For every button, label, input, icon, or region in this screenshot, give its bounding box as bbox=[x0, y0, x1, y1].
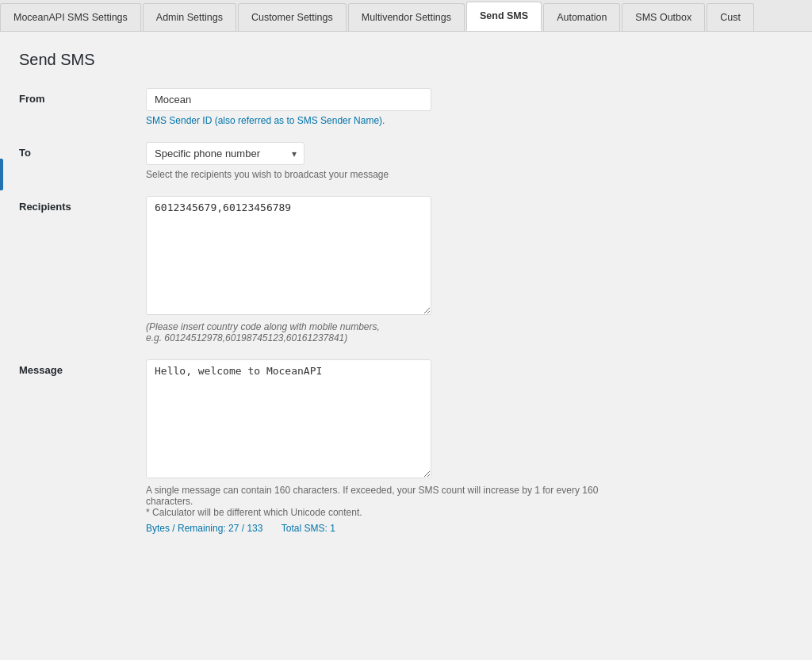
message-label: Message bbox=[19, 359, 146, 376]
recipients-field: 6012345679,60123456789 (Please insert co… bbox=[146, 196, 606, 343]
recipients-row: Recipients 6012345679,60123456789 (Pleas… bbox=[19, 196, 793, 343]
recipients-textarea[interactable]: 6012345679,60123456789 bbox=[146, 196, 431, 315]
page-title: Send SMS bbox=[19, 51, 793, 69]
to-row: To Specific phone numberAll customersAll… bbox=[19, 142, 793, 180]
to-field: Specific phone numberAll customersAll ad… bbox=[146, 142, 606, 180]
from-field: SMS Sender ID (also referred as to SMS S… bbox=[146, 88, 606, 126]
to-select[interactable]: Specific phone numberAll customersAll ad… bbox=[146, 142, 304, 165]
bytes-info: Bytes / Remaining: 27 / 133 Total SMS: 1 bbox=[146, 523, 606, 534]
tab-bar: MoceanAPI SMS SettingsAdmin SettingsCust… bbox=[0, 0, 812, 32]
tab-automation[interactable]: Automation bbox=[543, 3, 620, 31]
tab-multivendor-settings[interactable]: Multivendor Settings bbox=[348, 3, 465, 31]
from-label: From bbox=[19, 88, 146, 105]
tab-admin-settings[interactable]: Admin Settings bbox=[143, 3, 236, 31]
left-accent-bar bbox=[0, 159, 3, 190]
main-content: Send SMS From SMS Sender ID (also referr… bbox=[0, 32, 812, 650]
tab-cust-more[interactable]: Cust bbox=[707, 3, 754, 31]
tab-moceanapi-sms-settings[interactable]: MoceanAPI SMS Settings bbox=[0, 3, 141, 31]
send-sms-form: From SMS Sender ID (also referred as to … bbox=[19, 88, 793, 534]
bytes-value: 27 / 133 bbox=[228, 523, 262, 534]
total-sms-section: Total SMS: 1 bbox=[282, 523, 335, 534]
to-label: To bbox=[19, 142, 146, 159]
message-textarea[interactable]: Hello, welcome to MoceanAPI bbox=[146, 359, 431, 478]
from-input[interactable] bbox=[146, 88, 431, 111]
recipients-hint: (Please insert country code along with m… bbox=[146, 321, 606, 343]
bytes-label: Bytes / Remaining: bbox=[146, 523, 226, 534]
to-hint: Select the recipients you wish to broadc… bbox=[146, 169, 606, 180]
tab-sms-outbox[interactable]: SMS Outbox bbox=[622, 3, 705, 31]
recipients-label: Recipients bbox=[19, 196, 146, 213]
message-field: Hello, welcome to MoceanAPI A single mes… bbox=[146, 359, 606, 534]
total-sms-label: Total SMS: bbox=[282, 523, 327, 534]
total-sms-value: 1 bbox=[330, 523, 335, 534]
to-select-wrapper: Specific phone numberAll customersAll ad… bbox=[146, 142, 304, 165]
tab-customer-settings[interactable]: Customer Settings bbox=[238, 3, 347, 31]
tab-send-sms[interactable]: Send SMS bbox=[466, 2, 542, 31]
message-row: Message Hello, welcome to MoceanAPI A si… bbox=[19, 359, 793, 534]
message-hint: A single message can contain 160 charact… bbox=[146, 485, 606, 518]
from-hint: SMS Sender ID (also referred as to SMS S… bbox=[146, 115, 606, 126]
from-row: From SMS Sender ID (also referred as to … bbox=[19, 88, 793, 126]
